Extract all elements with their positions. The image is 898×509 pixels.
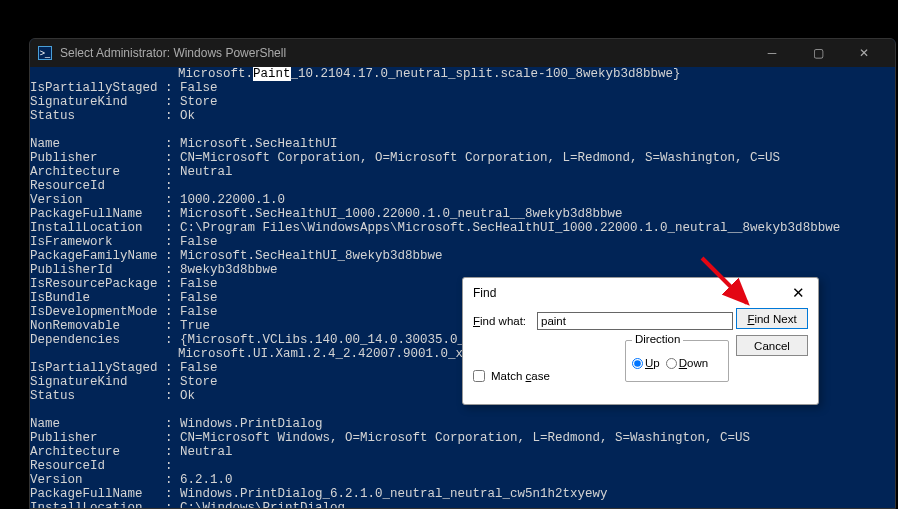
find-input[interactable] (537, 312, 733, 330)
down-label: Down (679, 357, 708, 369)
direction-group: Direction Up Down (625, 340, 729, 382)
direction-up-radio[interactable]: Up (632, 357, 660, 369)
match-case-label: Match case (491, 370, 550, 382)
find-dialog-title: Find (473, 286, 496, 300)
titlebar: >_ Select Administrator: Windows PowerSh… (30, 39, 895, 67)
find-what-label: Find what: (473, 315, 529, 327)
match-case-checkbox[interactable]: Match case (473, 370, 550, 382)
maximize-button[interactable]: ▢ (795, 39, 841, 67)
find-dialog-titlebar: Find ✕ (463, 278, 818, 308)
direction-down-radio[interactable]: Down (666, 357, 708, 369)
up-label: Up (645, 357, 660, 369)
find-dialog: Find ✕ Find what: Find Next Cancel Direc… (462, 277, 819, 405)
powershell-icon: >_ (38, 46, 52, 60)
match-case-input[interactable] (473, 370, 485, 382)
titlebar-buttons: ─ ▢ ✕ (749, 39, 887, 67)
cancel-button[interactable]: Cancel (736, 335, 808, 356)
find-next-button[interactable]: Find Next (736, 308, 808, 329)
close-button[interactable]: ✕ (841, 39, 887, 67)
find-close-button[interactable]: ✕ (788, 284, 808, 302)
window-title: Select Administrator: Windows PowerShell (60, 46, 749, 60)
powershell-window: >_ Select Administrator: Windows PowerSh… (29, 38, 896, 509)
minimize-button[interactable]: ─ (749, 39, 795, 67)
up-radio-input[interactable] (632, 358, 643, 369)
direction-label: Direction (632, 333, 683, 345)
down-radio-input[interactable] (666, 358, 677, 369)
